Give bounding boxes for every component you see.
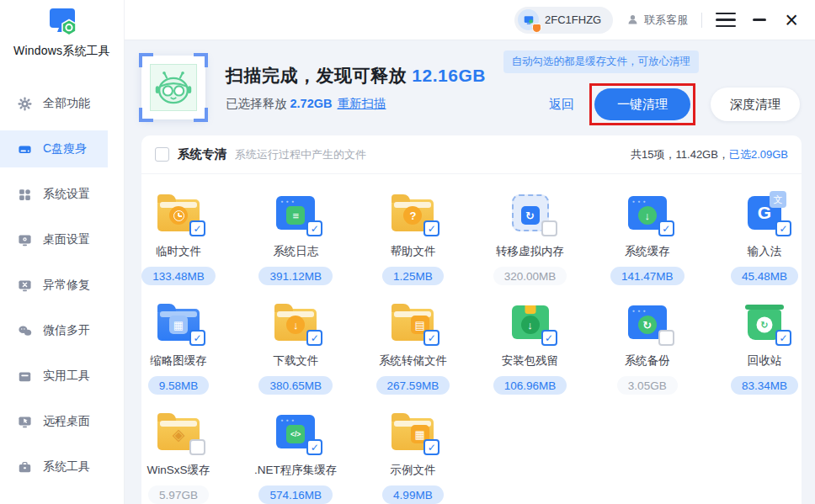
- sidebar-item-desktop-settings[interactable]: 桌面设置: [0, 221, 108, 258]
- deep-clean-button[interactable]: 深度清理: [711, 88, 800, 121]
- sidebar-item-utilities[interactable]: 实用工具: [0, 358, 108, 395]
- close-icon[interactable]: ×: [783, 10, 800, 30]
- checkbox-checked-icon[interactable]: ✓: [189, 220, 205, 236]
- sidebar-item-system-settings[interactable]: 系统设置: [0, 176, 108, 213]
- sidebar-item-c-drive-slim[interactable]: C盘瘦身: [0, 130, 108, 167]
- size-badge: 5.97GB: [148, 485, 209, 504]
- license-pill[interactable]: 2FC1FHZG: [514, 7, 613, 34]
- section-title: 系统专清: [178, 146, 226, 162]
- sidebar-item-system-tools[interactable]: 系统工具: [0, 448, 108, 485]
- folder-clock-icon: ✓: [155, 189, 202, 236]
- item-dotnet-cache[interactable]: </>✓ .NET程序集缓存 574.16MB: [258, 408, 333, 504]
- size-badge: 141.47MB: [610, 267, 684, 285]
- size-badge: 1.25MB: [382, 267, 444, 285]
- section-checkbox-unchecked-icon[interactable]: [155, 147, 169, 162]
- checkbox-checked-icon[interactable]: ✓: [775, 220, 791, 236]
- robot-scan-icon: [141, 56, 205, 119]
- checkbox-checked-icon[interactable]: ✓: [306, 330, 322, 346]
- sidebar-item-wechat-multi[interactable]: 微信多开: [0, 312, 108, 349]
- chip-refresh-icon: ↻✓: [507, 189, 554, 236]
- download-icon: ↓: [286, 316, 305, 334]
- rescan-link[interactable]: 重新扫描: [338, 97, 386, 110]
- scan-result-header: 扫描完成，发现可释放 12.16GB 已选择释放 2.72GB重新扫描 自动勾选…: [141, 50, 802, 135]
- size-badge: 106.96MB: [493, 376, 567, 395]
- sidebar-item-label: 桌面设置: [43, 232, 90, 247]
- item-sample-files[interactable]: ▦✓ 示例文件 4.99MB: [376, 408, 450, 504]
- recycle-bin-icon: ↻✓: [741, 299, 788, 346]
- one-click-clean-button[interactable]: 一键清理: [594, 88, 690, 120]
- item-name: 系统缓存: [625, 244, 670, 259]
- item-installer-leftovers[interactable]: ↓✓ 安装包残留 106.96MB: [493, 299, 567, 395]
- checkbox-checked-icon[interactable]: ✓: [775, 330, 791, 346]
- back-link[interactable]: 返回: [549, 97, 574, 113]
- list-icon: ≡: [286, 206, 305, 225]
- item-thumbnail-cache[interactable]: ▦✓ 缩略图缓存 9.58MB: [141, 299, 216, 395]
- item-name: 缩略图缓存: [150, 353, 207, 369]
- sidebar-item-label: 系统设置: [43, 187, 90, 202]
- scan-title: 扫描完成，发现可释放 12.16GB: [226, 64, 486, 88]
- size-badge: 4.99MB: [382, 485, 444, 504]
- checkbox-unchecked-icon[interactable]: ✓: [658, 330, 674, 346]
- item-name: 系统日志: [273, 244, 318, 259]
- remote-desktop-icon: [18, 415, 32, 429]
- item-input-method[interactable]: G文✓ 输入法 45.48MB: [727, 189, 802, 285]
- menu-icon[interactable]: [716, 9, 736, 31]
- item-help-files[interactable]: ?✓ 帮助文件 1.25MB: [376, 189, 450, 285]
- checkbox-checked-icon[interactable]: ✓: [423, 439, 439, 455]
- language-icon: 文: [770, 191, 786, 208]
- sidebar-item-label: 实用工具: [43, 369, 90, 384]
- grid-icon: [18, 188, 32, 202]
- sidebar-item-label: 全部功能: [43, 96, 90, 111]
- item-recycle-bin[interactable]: ↻✓ 回收站 83.34MB: [727, 299, 802, 395]
- robot-face-icon: [154, 70, 193, 105]
- sidebar-item-error-repair[interactable]: 异常修复: [0, 267, 108, 304]
- item-name: 系统转储文件: [379, 353, 447, 369]
- section-stats: 共15项，11.42GB，已选2.09GB: [631, 147, 788, 162]
- item-downloads[interactable]: ↓✓ 下载文件 380.65MB: [258, 299, 333, 395]
- item-dump-files[interactable]: ▤✓ 系统转储文件 267.59MB: [376, 299, 450, 395]
- item-name: 下载文件: [273, 353, 318, 369]
- size-badge: 267.59MB: [376, 376, 450, 395]
- checkbox-checked-icon[interactable]: ✓: [306, 220, 322, 236]
- checkbox-checked-icon[interactable]: ✓: [189, 330, 205, 346]
- recycle-icon: ↻: [756, 317, 772, 333]
- item-system-logs[interactable]: ≡✓ 系统日志 391.12MB: [258, 189, 333, 285]
- item-virtual-memory[interactable]: ↻✓ 转移虚拟内存 320.00MB: [493, 189, 567, 285]
- download-icon: ↓: [638, 206, 657, 225]
- window-code-icon: </>✓: [272, 408, 319, 455]
- sidebar-item-label: 微信多开: [43, 323, 90, 338]
- item-name: WinSxS缓存: [146, 463, 210, 478]
- person-icon: [626, 13, 639, 26]
- app-logo: Windows系统工具: [0, 0, 124, 59]
- size-badge: 3.05GB: [617, 376, 678, 395]
- minimize-icon[interactable]: [749, 10, 770, 30]
- monitor-x-icon: [18, 279, 32, 293]
- checkbox-checked-icon[interactable]: ✓: [541, 330, 557, 346]
- shield-badge-icon: [532, 24, 541, 33]
- refresh-icon: ↻: [521, 206, 540, 225]
- item-system-cache[interactable]: ↓✓ 系统缓存 141.47MB: [610, 189, 684, 285]
- checkbox-unchecked-icon[interactable]: ✓: [189, 439, 205, 455]
- checkbox-checked-icon[interactable]: ✓: [423, 220, 439, 236]
- sidebar-item-label: 系统工具: [43, 459, 90, 475]
- checkbox-checked-icon[interactable]: ✓: [658, 220, 674, 236]
- sidebar-item-all-functions[interactable]: 全部功能: [0, 85, 108, 122]
- selected-stats: 已选2.09GB: [729, 148, 788, 161]
- checkbox-unchecked-icon[interactable]: ✓: [541, 220, 557, 236]
- item-name: 示例文件: [390, 463, 435, 478]
- sidebar-item-remote-desktop[interactable]: 远程桌面: [0, 403, 108, 440]
- item-winsxs-cache[interactable]: ◈✓ WinSxS缓存 5.97GB: [141, 408, 216, 504]
- blue-folder-image-icon: ▦✓: [155, 299, 202, 346]
- app-title: Windows系统工具: [0, 44, 124, 59]
- checkbox-checked-icon[interactable]: ✓: [423, 330, 439, 346]
- support-label: 联系客服: [644, 13, 688, 28]
- item-system-backup[interactable]: ↻✓ 系统备份 3.05GB: [610, 299, 684, 395]
- window-list-icon: ≡✓: [272, 189, 319, 236]
- item-name: 输入法: [748, 244, 782, 259]
- contact-support-button[interactable]: 联系客服: [626, 13, 688, 28]
- file-category-grid: ✓ 临时文件 133.48MB ≡✓ 系统日志 391.12MB ?✓ 帮助文件…: [141, 174, 802, 504]
- checkbox-checked-icon[interactable]: ✓: [306, 439, 322, 455]
- releasable-size: 12.16GB: [412, 66, 486, 85]
- divider: [701, 13, 702, 28]
- item-temp-files[interactable]: ✓ 临时文件 133.48MB: [141, 189, 216, 285]
